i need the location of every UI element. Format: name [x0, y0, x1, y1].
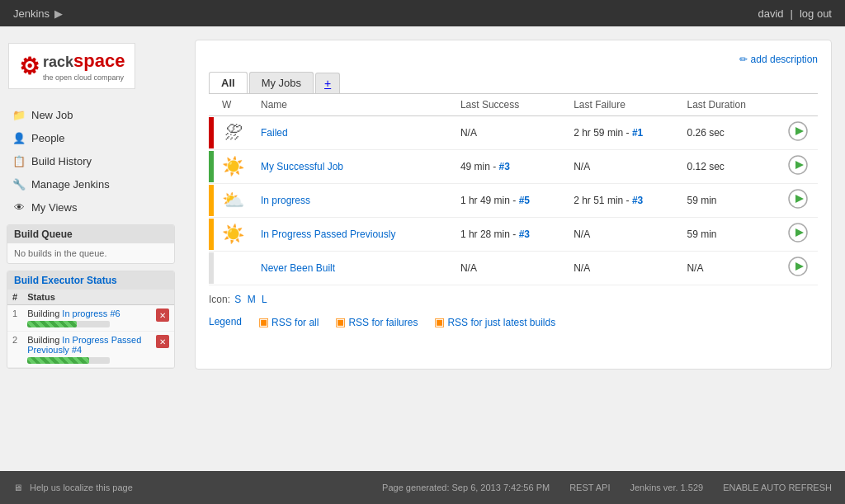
job-name-link[interactable]: In progress [261, 195, 310, 206]
sidebar-item-manage-jenkins[interactable]: 🔧 Manage Jenkins [7, 173, 175, 195]
last-failure-text: 2 hr 59 min - [574, 127, 632, 139]
jobs-table: W Name Last Success Last Failure Last Du… [209, 94, 818, 285]
topbar-right: david | log out [758, 7, 832, 20]
last-failure-text: N/A [574, 161, 590, 172]
last-failure-text: 2 hr 51 min - [574, 195, 632, 206]
col-last-success: Last Success [452, 94, 565, 116]
rss-all-icon: ▣ [258, 315, 269, 328]
views-icon: 👁 [12, 200, 26, 214]
bottombar-left: 🖥 Help us localize this page [13, 483, 133, 492]
last-failure-link[interactable]: #1 [632, 127, 643, 139]
run-button[interactable] [786, 121, 810, 144]
nav-arrow: ▶ [54, 7, 63, 20]
topbar: Jenkins ▶ david | log out [0, 0, 845, 26]
rss-all-link[interactable]: ▣RSS for all [258, 315, 319, 328]
executor-delete-btn[interactable]: ✕ [156, 335, 169, 348]
svg-marker-5 [795, 195, 804, 203]
last-failure-text: N/A [574, 228, 590, 240]
app-name[interactable]: Jenkins [13, 7, 50, 20]
last-success-text: 49 min - [460, 161, 499, 172]
page-generated: Page generated: Sep 6, 2013 7:42:56 PM [382, 483, 550, 492]
job-name-link[interactable]: My Successful Job [261, 161, 343, 172]
build-executor-link[interactable]: Build Executor Status [14, 275, 117, 286]
icon-size-l[interactable]: L [262, 294, 267, 305]
table-row: ⛅ In progress 1 hr 49 min - #5 2 hr 51 m… [209, 184, 818, 218]
logout-link[interactable]: log out [800, 7, 832, 20]
rest-api-link[interactable]: REST API [569, 483, 610, 492]
last-success-link[interactable]: #3 [499, 161, 510, 172]
executor-col-num: # [7, 290, 22, 305]
last-success-link[interactable]: #5 [519, 195, 530, 206]
weather-icon: ☀️ [222, 224, 244, 244]
weather-cell [214, 252, 253, 285]
icon-size-s[interactable]: S [234, 294, 241, 305]
svg-marker-3 [795, 161, 804, 169]
sidebar-label-new-job: New Job [31, 109, 73, 121]
executor-delete-btn[interactable]: ✕ [156, 309, 169, 322]
add-description-link[interactable]: ✏add description [739, 54, 818, 65]
run-button[interactable] [786, 223, 810, 246]
executor-row: 1 ✕ Building In progress #6 [7, 305, 174, 332]
sidebar-label-people: People [31, 132, 64, 144]
last-failure-link[interactable]: #3 [632, 195, 643, 206]
run-button[interactable] [786, 257, 810, 280]
job-name-link[interactable]: Never Been Built [261, 262, 335, 274]
executor-status: ✕ Building In progress #6 [22, 305, 174, 332]
last-success-cell: 1 hr 49 min - #5 [452, 184, 565, 218]
last-success-cell: 1 hr 28 min - #3 [452, 218, 565, 252]
build-executor-title: Build Executor Status [7, 271, 174, 290]
executor-job-link[interactable]: In progress #6 [62, 309, 120, 318]
auto-refresh-toggle[interactable]: ENABLE AUTO REFRESH [723, 483, 832, 492]
sidebar-nav: 📁 New Job 👤 People 📋 Build History 🔧 [0, 104, 182, 218]
user-link[interactable]: david [758, 7, 783, 20]
tab-my-jobs[interactable]: My Jobs [249, 72, 314, 93]
executor-job-link[interactable]: In Progress Passed Previously #4 [27, 335, 141, 355]
job-name-cell: My Successful Job [253, 150, 452, 184]
separator: | [791, 7, 793, 20]
last-duration-cell: 0.26 sec [678, 116, 778, 150]
run-btn-cell [778, 116, 818, 150]
last-duration-cell: 59 min [678, 218, 778, 252]
people-icon: 👤 [12, 130, 26, 145]
job-name-link[interactable]: Failed [261, 127, 288, 139]
legend-link[interactable]: Legend [209, 316, 242, 327]
col-action [778, 94, 818, 116]
monitor-icon: 🖥 [13, 483, 22, 492]
sidebar: ⚙ rackspace the open cloud company 📁 New… [0, 26, 182, 471]
job-name-cell: Failed [253, 116, 452, 150]
last-failure-cell: 2 hr 59 min - #1 [565, 116, 678, 150]
rss-failures-link[interactable]: ▣RSS for failures [335, 315, 418, 328]
icon-size-m[interactable]: M [248, 294, 256, 305]
sidebar-item-new-job[interactable]: 📁 New Job [7, 104, 175, 125]
manage-icon: 🔧 [12, 177, 26, 191]
job-name-cell: In Progress Passed Previously [253, 218, 452, 252]
run-button[interactable] [786, 155, 810, 178]
executor-progress-bar [27, 321, 110, 327]
sidebar-item-people[interactable]: 👤 People [7, 127, 175, 148]
table-row: ☀️ My Successful Job 49 min - #3 N/A 0.1… [209, 150, 818, 184]
executor-col-status: Status [22, 290, 174, 305]
sidebar-item-my-views[interactable]: 👁 My Views [7, 196, 175, 218]
table-row: ☀️ In Progress Passed Previously 1 hr 28… [209, 218, 818, 252]
weather-cell: ⛅ [214, 184, 253, 218]
executor-row: 2 ✕ Building In Progress Passed Previous… [7, 332, 174, 368]
job-name-link[interactable]: In Progress Passed Previously [261, 228, 395, 240]
rss-latest-link[interactable]: ▣RSS for just latest builds [434, 315, 555, 328]
col-name: Name [253, 94, 452, 116]
build-queue-box: Build Queue No builds in the queue. [7, 224, 175, 264]
last-failure-text: N/A [574, 262, 590, 274]
briefcase-icon: 📁 [12, 107, 26, 122]
last-success-link[interactable]: #3 [519, 228, 530, 240]
tab-all[interactable]: All [209, 72, 248, 93]
bottombar-right: Page generated: Sep 6, 2013 7:42:56 PM R… [382, 483, 832, 492]
run-btn-cell [778, 252, 818, 285]
add-description-bar: ✏add description [209, 54, 818, 65]
build-executor-box: Build Executor Status # Status 1 ✕ Build… [7, 271, 175, 369]
localize-link[interactable]: Help us localize this page [30, 483, 133, 492]
footer-links: Legend ▣RSS for all ▣RSS for failures ▣R… [209, 315, 818, 328]
run-button[interactable] [786, 189, 810, 212]
sidebar-item-build-history[interactable]: 📋 Build History [7, 150, 175, 172]
tab-add[interactable]: + [315, 73, 340, 93]
weather-cell: ⛈ [214, 116, 253, 150]
col-weather: W [214, 94, 253, 116]
